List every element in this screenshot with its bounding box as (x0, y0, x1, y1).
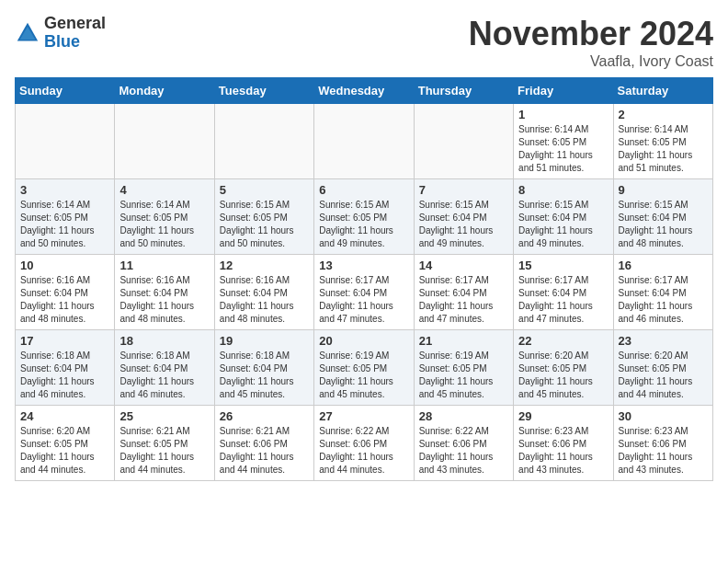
day-number: 30 (619, 409, 708, 423)
logo: General Blue (15, 15, 106, 52)
day-info: Sunrise: 6:18 AM Sunset: 6:04 PM Dayligh… (20, 350, 109, 401)
day-number: 7 (419, 183, 508, 197)
calendar-cell: 30Sunrise: 6:23 AM Sunset: 6:06 PM Dayli… (613, 406, 712, 481)
weekday-header-sunday: Sunday (16, 78, 115, 104)
calendar-cell: 13Sunrise: 6:17 AM Sunset: 6:04 PM Dayli… (314, 255, 414, 330)
calendar-cell: 18Sunrise: 6:18 AM Sunset: 6:04 PM Dayli… (115, 330, 214, 406)
day-info: Sunrise: 6:22 AM Sunset: 6:06 PM Dayligh… (319, 425, 408, 477)
calendar-cell (214, 104, 313, 179)
day-info: Sunrise: 6:16 AM Sunset: 6:04 PM Dayligh… (220, 274, 309, 326)
day-number: 26 (220, 409, 309, 423)
calendar-cell: 2Sunrise: 6:14 AM Sunset: 6:05 PM Daylig… (613, 104, 712, 179)
calendar-cell: 17Sunrise: 6:18 AM Sunset: 6:04 PM Dayli… (16, 330, 115, 406)
calendar-cell: 15Sunrise: 6:17 AM Sunset: 6:04 PM Dayli… (514, 255, 613, 330)
day-info: Sunrise: 6:14 AM Sunset: 6:05 PM Dayligh… (518, 123, 608, 175)
calendar-table: SundayMondayTuesdayWednesdayThursdayFrid… (15, 77, 713, 481)
calendar-cell: 22Sunrise: 6:20 AM Sunset: 6:05 PM Dayli… (514, 330, 613, 406)
logo-blue-text: Blue (44, 33, 106, 52)
day-info: Sunrise: 6:18 AM Sunset: 6:04 PM Dayligh… (119, 350, 209, 401)
day-info: Sunrise: 6:21 AM Sunset: 6:06 PM Dayligh… (220, 425, 309, 477)
day-number: 2 (619, 108, 708, 121)
day-info: Sunrise: 6:21 AM Sunset: 6:05 PM Dayligh… (119, 425, 209, 477)
calendar-cell: 7Sunrise: 6:15 AM Sunset: 6:04 PM Daylig… (414, 179, 513, 255)
weekday-header-thursday: Thursday (414, 78, 513, 104)
calendar-cell (314, 104, 414, 179)
calendar-cell: 3Sunrise: 6:14 AM Sunset: 6:05 PM Daylig… (16, 179, 115, 255)
calendar-cell: 6Sunrise: 6:15 AM Sunset: 6:05 PM Daylig… (314, 179, 414, 255)
day-number: 23 (619, 334, 708, 348)
calendar-cell: 28Sunrise: 6:22 AM Sunset: 6:06 PM Dayli… (414, 406, 513, 481)
weekday-header-tuesday: Tuesday (214, 78, 313, 104)
title-block: November 2024 Vaafla, Ivory Coast (469, 15, 713, 70)
day-info: Sunrise: 6:14 AM Sunset: 6:05 PM Dayligh… (20, 199, 109, 250)
day-info: Sunrise: 6:17 AM Sunset: 6:04 PM Dayligh… (619, 274, 708, 326)
day-info: Sunrise: 6:20 AM Sunset: 6:05 PM Dayligh… (20, 425, 109, 477)
day-info: Sunrise: 6:15 AM Sunset: 6:05 PM Dayligh… (220, 199, 309, 250)
day-info: Sunrise: 6:20 AM Sunset: 6:05 PM Dayligh… (518, 350, 608, 401)
day-number: 21 (419, 334, 508, 348)
day-number: 11 (119, 259, 209, 272)
day-info: Sunrise: 6:16 AM Sunset: 6:04 PM Dayligh… (119, 274, 209, 326)
day-number: 20 (319, 334, 408, 348)
day-info: Sunrise: 6:23 AM Sunset: 6:06 PM Dayligh… (619, 425, 708, 477)
day-info: Sunrise: 6:23 AM Sunset: 6:06 PM Dayligh… (518, 425, 608, 477)
calendar-cell: 11Sunrise: 6:16 AM Sunset: 6:04 PM Dayli… (115, 255, 214, 330)
calendar-cell: 29Sunrise: 6:23 AM Sunset: 6:06 PM Dayli… (514, 406, 613, 481)
weekday-header-row: SundayMondayTuesdayWednesdayThursdayFrid… (16, 78, 713, 104)
calendar-week-row: 1Sunrise: 6:14 AM Sunset: 6:05 PM Daylig… (16, 104, 713, 179)
weekday-header-saturday: Saturday (613, 78, 712, 104)
day-info: Sunrise: 6:16 AM Sunset: 6:04 PM Dayligh… (20, 274, 109, 326)
calendar-week-row: 3Sunrise: 6:14 AM Sunset: 6:05 PM Daylig… (16, 179, 713, 255)
day-info: Sunrise: 6:19 AM Sunset: 6:05 PM Dayligh… (419, 350, 508, 401)
day-info: Sunrise: 6:22 AM Sunset: 6:06 PM Dayligh… (419, 425, 508, 477)
day-number: 14 (419, 259, 508, 272)
day-info: Sunrise: 6:15 AM Sunset: 6:04 PM Dayligh… (619, 199, 708, 250)
day-number: 18 (119, 334, 209, 348)
location-text: Vaafla, Ivory Coast (469, 53, 713, 70)
day-number: 12 (220, 259, 309, 272)
day-info: Sunrise: 6:17 AM Sunset: 6:04 PM Dayligh… (518, 274, 608, 326)
day-number: 24 (20, 409, 109, 423)
calendar-cell (16, 104, 115, 179)
day-info: Sunrise: 6:14 AM Sunset: 6:05 PM Dayligh… (119, 199, 209, 250)
day-number: 22 (518, 334, 608, 348)
day-info: Sunrise: 6:15 AM Sunset: 6:04 PM Dayligh… (419, 199, 508, 250)
day-number: 6 (319, 183, 408, 197)
calendar-cell: 16Sunrise: 6:17 AM Sunset: 6:04 PM Dayli… (613, 255, 712, 330)
logo-general-text: General (44, 15, 106, 33)
calendar-cell: 10Sunrise: 6:16 AM Sunset: 6:04 PM Dayli… (16, 255, 115, 330)
day-number: 4 (119, 183, 209, 197)
calendar-cell: 4Sunrise: 6:14 AM Sunset: 6:05 PM Daylig… (115, 179, 214, 255)
day-info: Sunrise: 6:18 AM Sunset: 6:04 PM Dayligh… (220, 350, 309, 401)
day-number: 28 (419, 409, 508, 423)
weekday-header-wednesday: Wednesday (314, 78, 414, 104)
calendar-cell: 5Sunrise: 6:15 AM Sunset: 6:05 PM Daylig… (214, 179, 313, 255)
calendar-cell: 19Sunrise: 6:18 AM Sunset: 6:04 PM Dayli… (214, 330, 313, 406)
day-number: 16 (619, 259, 708, 272)
day-info: Sunrise: 6:15 AM Sunset: 6:04 PM Dayligh… (518, 199, 608, 250)
day-number: 19 (220, 334, 309, 348)
calendar-cell: 24Sunrise: 6:20 AM Sunset: 6:05 PM Dayli… (16, 406, 115, 481)
logo-icon (15, 20, 40, 46)
calendar-week-row: 17Sunrise: 6:18 AM Sunset: 6:04 PM Dayli… (16, 330, 713, 406)
day-number: 5 (220, 183, 309, 197)
calendar-cell: 26Sunrise: 6:21 AM Sunset: 6:06 PM Dayli… (214, 406, 313, 481)
calendar-cell: 20Sunrise: 6:19 AM Sunset: 6:05 PM Dayli… (314, 330, 414, 406)
calendar-cell: 8Sunrise: 6:15 AM Sunset: 6:04 PM Daylig… (514, 179, 613, 255)
calendar-cell: 14Sunrise: 6:17 AM Sunset: 6:04 PM Dayli… (414, 255, 513, 330)
day-number: 8 (518, 183, 608, 197)
calendar-week-row: 24Sunrise: 6:20 AM Sunset: 6:05 PM Dayli… (16, 406, 713, 481)
calendar-cell: 1Sunrise: 6:14 AM Sunset: 6:05 PM Daylig… (514, 104, 613, 179)
calendar-cell: 25Sunrise: 6:21 AM Sunset: 6:05 PM Dayli… (115, 406, 214, 481)
day-number: 27 (319, 409, 408, 423)
day-number: 13 (319, 259, 408, 272)
day-info: Sunrise: 6:17 AM Sunset: 6:04 PM Dayligh… (419, 274, 508, 326)
day-number: 29 (518, 409, 608, 423)
calendar-cell (414, 104, 513, 179)
day-info: Sunrise: 6:20 AM Sunset: 6:05 PM Dayligh… (619, 350, 708, 401)
weekday-header-friday: Friday (514, 78, 613, 104)
calendar-cell: 21Sunrise: 6:19 AM Sunset: 6:05 PM Dayli… (414, 330, 513, 406)
calendar-cell: 9Sunrise: 6:15 AM Sunset: 6:04 PM Daylig… (613, 179, 712, 255)
day-number: 1 (518, 108, 608, 121)
calendar-week-row: 10Sunrise: 6:16 AM Sunset: 6:04 PM Dayli… (16, 255, 713, 330)
